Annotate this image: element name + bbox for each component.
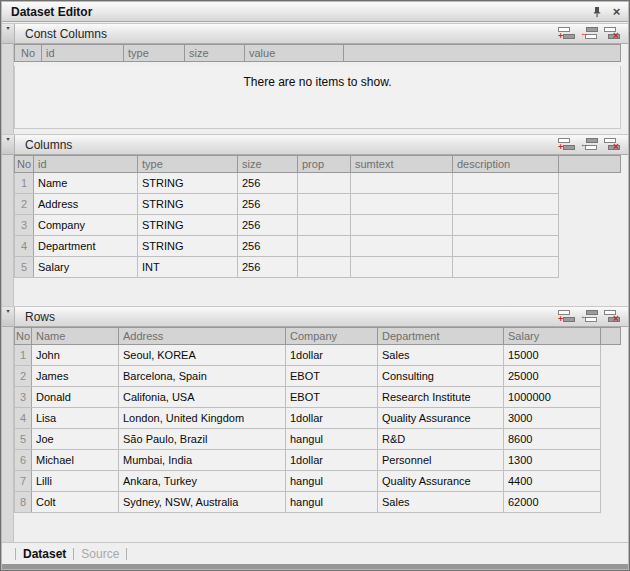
insert-row-icon[interactable]: ← [581, 309, 598, 324]
cell-department[interactable]: Sales [378, 492, 504, 513]
cell-name[interactable]: John [32, 345, 119, 366]
insert-row-icon[interactable]: ← [581, 26, 598, 41]
rows-header-row: No Name Address Company Department Salar… [15, 328, 621, 345]
add-row-icon[interactable]: + [558, 137, 575, 152]
cell-type[interactable]: STRING [138, 215, 238, 236]
cell-size[interactable]: 256 [238, 173, 298, 194]
cell-type[interactable]: STRING [138, 236, 238, 257]
row-number-cell[interactable]: 5 [15, 429, 32, 450]
cell-description[interactable] [453, 215, 559, 236]
cell-department[interactable]: Consulting [378, 366, 504, 387]
cell-address[interactable]: Sydney, NSW, Australia [119, 492, 286, 513]
cell-company[interactable]: 1dollar [286, 408, 378, 429]
cell-salary[interactable]: 15000 [504, 345, 601, 366]
cell-salary[interactable]: 1000000 [504, 387, 601, 408]
cell-company[interactable]: EBOT [286, 366, 378, 387]
cell-salary[interactable]: 3000 [504, 408, 601, 429]
cell-id[interactable]: Department [34, 236, 138, 257]
cell-address[interactable]: Barcelona, Spain [119, 366, 286, 387]
cell-department[interactable]: Sales [378, 345, 504, 366]
cell-description[interactable] [453, 257, 559, 278]
cell-sumtext[interactable] [351, 194, 453, 215]
cell-company[interactable]: 1dollar [286, 450, 378, 471]
cell-prop[interactable] [298, 257, 351, 278]
cell-prop[interactable] [298, 173, 351, 194]
cell-department[interactable]: Quality Assurance [378, 408, 504, 429]
cell-type[interactable]: STRING [138, 173, 238, 194]
cell-id[interactable]: Company [34, 215, 138, 236]
cell-name[interactable]: Donald [32, 387, 119, 408]
cell-size[interactable]: 256 [238, 194, 298, 215]
cell-name[interactable]: Colt [32, 492, 119, 513]
cell-address[interactable]: Seoul, KOREA [119, 345, 286, 366]
row-number-cell[interactable]: 7 [15, 471, 32, 492]
cell-company[interactable]: EBOT [286, 387, 378, 408]
cell-salary[interactable]: 25000 [504, 366, 601, 387]
row-number-cell[interactable]: 4 [15, 236, 34, 257]
delete-row-icon[interactable]: × [604, 309, 621, 324]
cell-size[interactable]: 256 [238, 236, 298, 257]
cell-department[interactable]: Quality Assurance [378, 471, 504, 492]
collapse-rows-button[interactable]: ▾ [2, 307, 15, 326]
cell-size[interactable]: 256 [238, 257, 298, 278]
row-number-cell[interactable]: 3 [15, 215, 34, 236]
row-number-cell[interactable]: 1 [15, 173, 34, 194]
add-row-icon[interactable]: + [558, 26, 575, 41]
collapse-columns-button[interactable]: ▾ [2, 135, 15, 154]
row-number-cell[interactable]: 2 [15, 194, 34, 215]
cell-sumtext[interactable] [351, 173, 453, 194]
cell-company[interactable]: hangul [286, 429, 378, 450]
cell-address[interactable]: Mumbai, India [119, 450, 286, 471]
cell-company[interactable]: 1dollar [286, 345, 378, 366]
cell-size[interactable]: 256 [238, 215, 298, 236]
add-row-icon[interactable]: + [558, 309, 575, 324]
cell-company[interactable]: hangul [286, 471, 378, 492]
cell-sumtext[interactable] [351, 236, 453, 257]
tab-dataset[interactable]: Dataset [23, 547, 66, 561]
insert-row-icon[interactable]: ← [581, 137, 598, 152]
cell-address[interactable]: London, United Kingdom [119, 408, 286, 429]
close-icon[interactable]: × [608, 4, 625, 20]
cell-address[interactable]: Ankara, Turkey [119, 471, 286, 492]
cell-name[interactable]: James [32, 366, 119, 387]
cell-salary[interactable]: 4400 [504, 471, 601, 492]
row-number-cell[interactable]: 5 [15, 257, 34, 278]
cell-department[interactable]: Research Institute [378, 387, 504, 408]
cell-address[interactable]: Califonia, USA [119, 387, 286, 408]
collapse-const-columns-button[interactable]: ▾ [2, 24, 15, 43]
cell-prop[interactable] [298, 194, 351, 215]
cell-department[interactable]: R&D [378, 429, 504, 450]
row-number-cell[interactable]: 2 [15, 366, 32, 387]
pin-icon[interactable] [588, 4, 605, 20]
cell-id[interactable]: Salary [34, 257, 138, 278]
cell-type[interactable]: INT [138, 257, 238, 278]
cell-prop[interactable] [298, 236, 351, 257]
tab-source[interactable]: Source [81, 547, 119, 561]
cell-name[interactable]: Michael [32, 450, 119, 471]
row-number-cell[interactable]: 8 [15, 492, 32, 513]
row-number-cell[interactable]: 3 [15, 387, 32, 408]
row-number-cell[interactable]: 4 [15, 408, 32, 429]
cell-sumtext[interactable] [351, 215, 453, 236]
cell-salary[interactable]: 8600 [504, 429, 601, 450]
row-number-cell[interactable]: 1 [15, 345, 32, 366]
cell-name[interactable]: Joe [32, 429, 119, 450]
cell-company[interactable]: hangul [286, 492, 378, 513]
cell-prop[interactable] [298, 215, 351, 236]
cell-id[interactable]: Name [34, 173, 138, 194]
cell-description[interactable] [453, 173, 559, 194]
cell-description[interactable] [453, 194, 559, 215]
cell-salary[interactable]: 1300 [504, 450, 601, 471]
cell-name[interactable]: Lilli [32, 471, 119, 492]
cell-sumtext[interactable] [351, 257, 453, 278]
cell-salary[interactable]: 62000 [504, 492, 601, 513]
delete-row-icon[interactable]: × [604, 137, 621, 152]
cell-department[interactable]: Personnel [378, 450, 504, 471]
row-number-cell[interactable]: 6 [15, 450, 32, 471]
cell-type[interactable]: STRING [138, 194, 238, 215]
cell-id[interactable]: Address [34, 194, 138, 215]
cell-name[interactable]: Lisa [32, 408, 119, 429]
cell-description[interactable] [453, 236, 559, 257]
delete-row-icon[interactable]: × [604, 26, 621, 41]
cell-address[interactable]: São Paulo, Brazil [119, 429, 286, 450]
